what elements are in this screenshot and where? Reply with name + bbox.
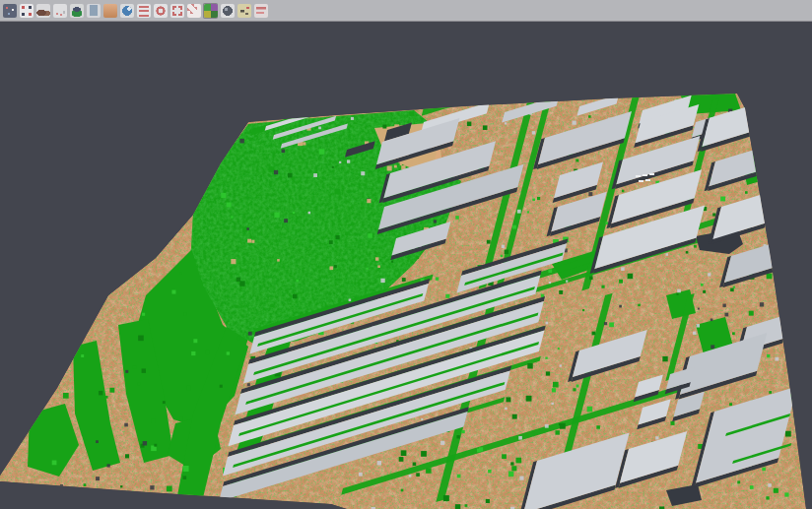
align-pairs-button[interactable] [19, 3, 34, 19]
layer-list-icon [137, 4, 151, 18]
point-cloud-scene [0, 22, 812, 509]
classification-view-icon [204, 4, 218, 18]
application-window [0, 0, 812, 509]
orthophoto-button[interactable] [102, 3, 117, 19]
layer-list-button[interactable] [136, 3, 151, 19]
sparse-points-button[interactable] [52, 3, 67, 19]
panel-view-button[interactable] [86, 3, 101, 19]
sparse-points-icon [53, 4, 67, 18]
transparency-grid-button[interactable] [186, 3, 201, 19]
measure-bars-button[interactable] [253, 3, 268, 19]
measure-bars-icon [254, 4, 268, 18]
dark-sphere-button[interactable] [220, 3, 235, 19]
transparency-grid-icon [187, 4, 201, 18]
classification-view-button[interactable] [203, 3, 218, 19]
terrain-marks-icon [237, 4, 251, 18]
viewport-3d[interactable] [0, 22, 812, 509]
target-select-icon [154, 4, 168, 18]
point-cloud-icon [3, 4, 17, 18]
orthophoto-icon [103, 4, 117, 18]
terrain-model-button[interactable] [35, 3, 50, 19]
globe-view-icon [120, 4, 134, 18]
bounds-select-icon [170, 4, 184, 18]
dark-sphere-icon [221, 4, 235, 18]
align-pairs-icon [20, 4, 34, 18]
dtm-green-button[interactable] [69, 3, 84, 19]
bounds-select-button[interactable] [169, 3, 184, 19]
toolbar [0, 0, 812, 22]
terrain-model-icon [36, 4, 50, 18]
point-cloud-button[interactable] [2, 3, 17, 19]
terrain-mesh [0, 22, 806, 509]
target-select-button[interactable] [153, 3, 168, 19]
terrain-marks-button[interactable] [237, 3, 251, 19]
panel-view-icon [87, 4, 101, 18]
globe-view-button[interactable] [119, 3, 134, 19]
dtm-green-icon [70, 4, 84, 18]
